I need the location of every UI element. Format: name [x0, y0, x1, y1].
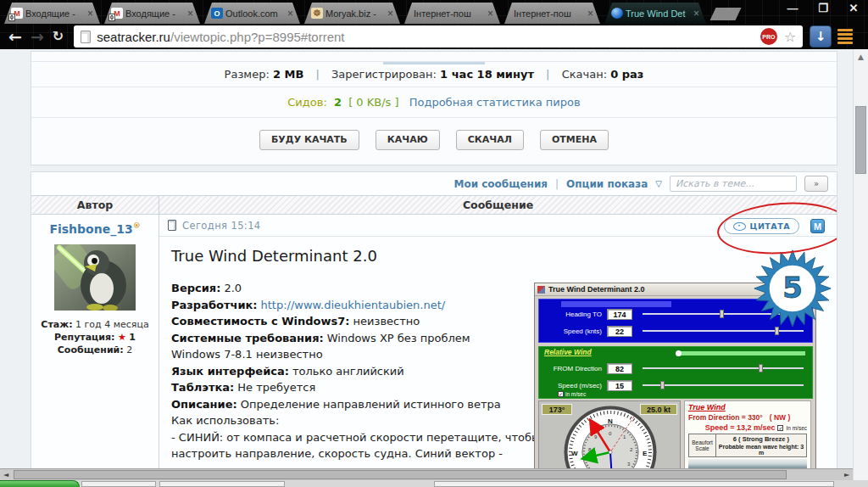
rel-units-checkbox: ✓ in m/sec	[558, 391, 586, 397]
relative-wind-panel: Relative Wind FROM Direction 82 Speed (m…	[538, 346, 813, 399]
search-go-button[interactable]: »	[804, 176, 828, 192]
tab-moryak[interactable]: ☸ Moryak.biz - ×	[304, 3, 400, 24]
scroll-up-icon[interactable]: ▲	[854, 49, 868, 61]
peers-stats-link[interactable]: Подробная статистика пиров	[409, 96, 581, 109]
taskbar-button[interactable]	[434, 481, 834, 487]
seeds-row: Сидов: 2 [ 0 KB/s ] Подробная статистика…	[31, 87, 837, 118]
post-date: Сегодня 15:14	[182, 220, 261, 232]
taskbar-button[interactable]	[81, 481, 156, 487]
horizontal-scroll-thumb[interactable]	[14, 470, 787, 479]
topic-toolbar: Мои сообщения | Опции показа ▽ »	[31, 172, 837, 195]
table-header-row: Автор Сообщение	[31, 195, 837, 215]
vertical-scrollbar[interactable]: ▲	[853, 49, 868, 480]
rel-speed-slider	[643, 384, 804, 386]
svg-text:N: N	[608, 417, 613, 425]
clipped-title-row	[31, 52, 837, 62]
scroll-right-icon[interactable]: ►	[841, 469, 853, 480]
tab-close-icon[interactable]: ×	[586, 8, 595, 20]
vertical-scroll-thumb[interactable]	[855, 106, 866, 174]
tab-close-icon[interactable]: ×	[286, 8, 295, 20]
scroll-left-icon[interactable]: ◄	[0, 469, 12, 480]
post-icon	[168, 220, 176, 231]
tab-gmail-1[interactable]: M0 Входящие - ×	[4, 3, 100, 24]
new-tab-button[interactable]	[710, 8, 742, 20]
tab-internet-search-2[interactable]: Інтернет-пош ×	[504, 3, 600, 24]
true-wind-panel: True Wind From Direction = 330°( NW ) Sp…	[684, 400, 811, 479]
author-cell: Fishbone_13®	[31, 215, 159, 487]
tab-close-icon[interactable]: ×	[186, 8, 195, 20]
app-window-icon	[537, 286, 545, 294]
outlook-icon: O	[211, 8, 223, 19]
ship-speed-slider	[643, 330, 804, 332]
downloading-button[interactable]: КАЧАЮ	[376, 130, 440, 150]
back-button[interactable]: ←	[8, 25, 22, 48]
window-restore-button[interactable]: ❐	[814, 2, 832, 14]
browser-toolbar: ← → ↻ seatracker.ru/viewtopic.php?p=8995…	[0, 24, 868, 49]
browser-menu-icon[interactable]	[837, 25, 858, 48]
gmail-icon: M0	[11, 8, 23, 19]
ship-wheel-icon: ☸	[311, 8, 323, 19]
chevron-down-icon[interactable]: ▽	[655, 179, 662, 188]
url-text[interactable]: seatracker.ru/viewtopic.php?p=8995#torre…	[97, 30, 760, 44]
heading-field: 174	[607, 309, 632, 320]
cancel-button[interactable]: ОТМЕНА	[540, 130, 609, 150]
svg-text:W: W	[571, 450, 578, 457]
compass-panel: 173° 25.0 kt	[538, 400, 681, 479]
ship-speed-field: 22	[607, 326, 632, 337]
unread-badge: 0	[108, 14, 115, 21]
gmail-icon: M0	[111, 8, 123, 19]
forward-button[interactable]: →	[31, 25, 44, 48]
display-options-link[interactable]: Опции показа	[566, 178, 648, 190]
checkbox-icon: ✓	[558, 391, 564, 397]
checkbox-icon: ✓	[777, 425, 783, 431]
tab-close-icon[interactable]: ×	[486, 8, 495, 20]
course-readout: 173°	[542, 404, 572, 415]
torrent-actions-row: БУДУ КАЧАТЬ КАЧАЮ СКАЧАЛ ОТМЕНА	[31, 118, 837, 165]
download-button[interactable]: ↓	[810, 25, 832, 48]
message-cell: Сегодня 15:14 ❞ ЦИТАТА M True Wind Deter…	[159, 215, 837, 487]
avatar	[54, 244, 136, 311]
bookmark-star-icon[interactable]: ☆	[784, 29, 796, 45]
star-icon: ★	[118, 332, 126, 343]
post-body: Версия:2.0 Разработчик:http://www.dieukh…	[171, 280, 541, 487]
address-bar[interactable]: seatracker.ru/viewtopic.php?p=8995#torre…	[74, 25, 803, 48]
forum-post-box: Мои сообщения | Опции показа ▽ » Автор С…	[31, 171, 837, 487]
beaufort-scale-table: Beaufort Scale 6 ( Strong Breeze ) Proba…	[688, 434, 807, 457]
tab-internet-search-1[interactable]: Інтернет-пош ×	[404, 3, 500, 24]
from-direction-field: 82	[607, 363, 632, 374]
from-direction-slider	[643, 367, 804, 369]
window-minimize-button[interactable]: —	[783, 2, 802, 14]
my-messages-link[interactable]: Мои сообщения	[453, 178, 548, 190]
author-stat-messages: Сообщений: 2	[31, 344, 159, 356]
search-in-topic-input[interactable]	[670, 176, 797, 192]
downloaded-button[interactable]: СКАЧАЛ	[456, 130, 524, 150]
unread-badge: 0	[8, 14, 15, 21]
page-security-icon	[81, 31, 91, 43]
reload-button[interactable]: ↻	[53, 25, 64, 48]
horizontal-scrollbar[interactable]: ◄ ►	[0, 468, 853, 480]
developer-link[interactable]: http://www.dieukhientaubien.net/	[261, 299, 446, 311]
browser-tab-strip: M0 Входящие - × M0 Входящие - × O Outloo…	[0, 0, 868, 24]
author-column-header: Автор	[31, 196, 159, 214]
window-controls: — ❐ ✕	[783, 2, 863, 14]
tab-close-icon[interactable]: ×	[386, 8, 395, 20]
will-download-button[interactable]: БУДУ КАЧАТЬ	[259, 130, 359, 150]
tab-outlook[interactable]: O Outlook.com ×	[204, 3, 300, 24]
tab-gmail-2[interactable]: M0 Входящие - ×	[104, 3, 200, 24]
speed-readout: 25.0 kt	[640, 404, 677, 415]
page-content: Размер: 2 MB | Зарегистрирован: 1 час 18…	[0, 49, 853, 480]
author-name-link[interactable]: Fishbone_13®	[31, 221, 159, 236]
window-close-button[interactable]: ✕	[844, 2, 863, 14]
torrent-stats-row: Размер: 2 MB | Зарегистрирован: 1 час 18…	[31, 62, 837, 87]
taskbar-button[interactable]	[159, 481, 285, 487]
post-row: Fishbone_13®	[31, 215, 837, 487]
post-title: True Wind Determinant 2.0	[171, 247, 825, 265]
svg-text:5: 5	[782, 271, 803, 305]
tab-true-wind-active[interactable]: True Wind Det ×	[604, 3, 706, 24]
reg-mark: ®	[133, 221, 141, 230]
tab-close-icon[interactable]: ×	[86, 8, 95, 20]
tab-close-icon[interactable]: ×	[692, 8, 701, 20]
start-button[interactable]	[0, 480, 80, 487]
author-stat-reputation: Репутация: ★ 1	[31, 331, 159, 344]
pro-extension-badge[interactable]: PRO	[760, 28, 777, 45]
